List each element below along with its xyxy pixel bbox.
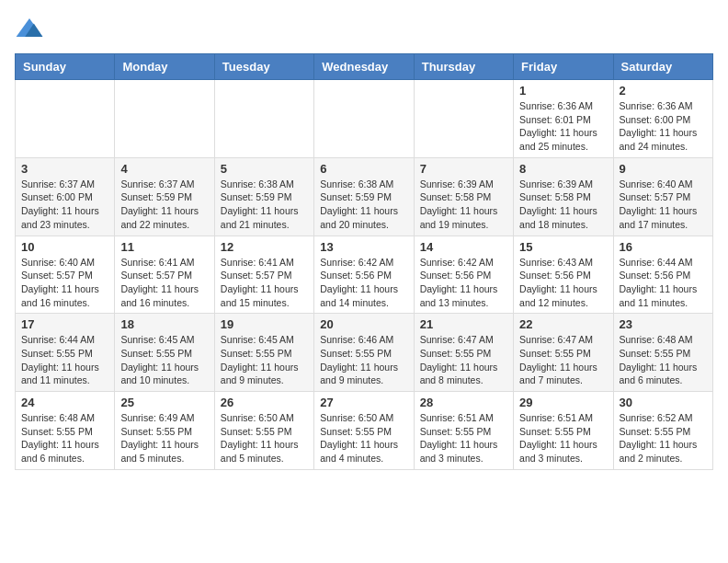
calendar-cell: 14Sunrise: 6:42 AM Sunset: 5:56 PM Dayli… (414, 236, 513, 314)
day-number: 14 (420, 240, 507, 254)
calendar-cell: 16Sunrise: 6:44 AM Sunset: 5:56 PM Dayli… (613, 236, 712, 314)
day-info: Sunrise: 6:40 AM Sunset: 5:57 PM Dayligh… (620, 178, 707, 232)
calendar-cell: 9Sunrise: 6:40 AM Sunset: 5:57 PM Daylig… (613, 157, 712, 236)
day-number: 29 (519, 396, 607, 409)
calendar-cell (314, 80, 414, 158)
calendar-cell: 4Sunrise: 6:37 AM Sunset: 5:59 PM Daylig… (115, 157, 214, 236)
calendar-cell: 26Sunrise: 6:50 AM Sunset: 5:55 PM Dayli… (214, 392, 313, 470)
day-info: Sunrise: 6:42 AM Sunset: 5:56 PM Dayligh… (420, 256, 507, 310)
calendar-cell: 29Sunrise: 6:51 AM Sunset: 5:55 PM Dayli… (514, 392, 613, 470)
day-number: 6 (320, 162, 407, 176)
header (15, 15, 713, 44)
calendar-cell: 21Sunrise: 6:47 AM Sunset: 5:55 PM Dayli… (414, 314, 513, 392)
day-number: 28 (420, 396, 507, 409)
day-number: 22 (519, 317, 607, 331)
day-info: Sunrise: 6:43 AM Sunset: 5:56 PM Dayligh… (519, 256, 607, 310)
calendar-cell (214, 80, 313, 158)
calendar-week-4: 17Sunrise: 6:44 AM Sunset: 5:55 PM Dayli… (16, 314, 713, 392)
day-number: 1 (519, 84, 607, 98)
day-number: 24 (21, 396, 108, 409)
day-info: Sunrise: 6:45 AM Sunset: 5:55 PM Dayligh… (120, 333, 208, 387)
calendar-cell: 20Sunrise: 6:46 AM Sunset: 5:55 PM Dayli… (314, 314, 414, 392)
day-info: Sunrise: 6:47 AM Sunset: 5:55 PM Dayligh… (420, 333, 507, 387)
day-info: Sunrise: 6:38 AM Sunset: 5:59 PM Dayligh… (320, 178, 407, 232)
day-number: 17 (21, 317, 108, 331)
day-header-sunday: Sunday (16, 54, 115, 80)
day-info: Sunrise: 6:39 AM Sunset: 5:58 PM Dayligh… (519, 178, 607, 232)
day-header-friday: Friday (514, 54, 613, 80)
calendar-cell: 22Sunrise: 6:47 AM Sunset: 5:55 PM Dayli… (514, 314, 613, 392)
calendar-week-2: 3Sunrise: 6:37 AM Sunset: 6:00 PM Daylig… (16, 157, 713, 236)
calendar-cell: 25Sunrise: 6:49 AM Sunset: 5:55 PM Dayli… (115, 392, 214, 470)
calendar-week-3: 10Sunrise: 6:40 AM Sunset: 5:57 PM Dayli… (16, 236, 713, 314)
day-info: Sunrise: 6:51 AM Sunset: 5:55 PM Dayligh… (519, 411, 607, 465)
calendar-cell: 19Sunrise: 6:45 AM Sunset: 5:55 PM Dayli… (214, 314, 313, 392)
day-number: 2 (620, 84, 707, 98)
calendar-cell: 15Sunrise: 6:43 AM Sunset: 5:56 PM Dayli… (514, 236, 613, 314)
day-number: 23 (620, 317, 707, 331)
day-info: Sunrise: 6:44 AM Sunset: 5:55 PM Dayligh… (21, 333, 108, 387)
day-info: Sunrise: 6:37 AM Sunset: 5:59 PM Dayligh… (120, 178, 208, 232)
calendar-cell (16, 80, 115, 158)
day-number: 13 (320, 240, 407, 254)
calendar-week-1: 1Sunrise: 6:36 AM Sunset: 6:01 PM Daylig… (16, 80, 713, 158)
day-info: Sunrise: 6:52 AM Sunset: 5:55 PM Dayligh… (620, 411, 707, 465)
day-info: Sunrise: 6:48 AM Sunset: 5:55 PM Dayligh… (620, 333, 707, 387)
day-header-saturday: Saturday (613, 54, 712, 80)
day-number: 8 (519, 162, 607, 176)
calendar-cell: 2Sunrise: 6:36 AM Sunset: 6:00 PM Daylig… (613, 80, 712, 158)
day-info: Sunrise: 6:51 AM Sunset: 5:55 PM Dayligh… (420, 411, 507, 465)
calendar-cell: 10Sunrise: 6:40 AM Sunset: 5:57 PM Dayli… (16, 236, 115, 314)
calendar-cell: 13Sunrise: 6:42 AM Sunset: 5:56 PM Dayli… (314, 236, 414, 314)
day-number: 5 (221, 162, 308, 176)
day-number: 30 (620, 396, 707, 409)
day-number: 19 (221, 317, 308, 331)
day-number: 21 (420, 317, 507, 331)
calendar-cell (414, 80, 513, 158)
day-info: Sunrise: 6:38 AM Sunset: 5:59 PM Dayligh… (221, 178, 308, 232)
calendar-cell: 23Sunrise: 6:48 AM Sunset: 5:55 PM Dayli… (613, 314, 712, 392)
calendar-cell: 8Sunrise: 6:39 AM Sunset: 5:58 PM Daylig… (514, 157, 613, 236)
day-info: Sunrise: 6:44 AM Sunset: 5:56 PM Dayligh… (620, 256, 707, 310)
day-number: 11 (120, 240, 208, 254)
day-number: 16 (620, 240, 707, 254)
day-number: 12 (221, 240, 308, 254)
day-info: Sunrise: 6:36 AM Sunset: 6:01 PM Dayligh… (519, 99, 607, 154)
calendar-cell: 24Sunrise: 6:48 AM Sunset: 5:55 PM Dayli… (16, 392, 115, 470)
calendar-cell (115, 80, 214, 158)
calendar-cell: 7Sunrise: 6:39 AM Sunset: 5:58 PM Daylig… (414, 157, 513, 236)
day-info: Sunrise: 6:39 AM Sunset: 5:58 PM Dayligh… (420, 178, 507, 232)
logo (15, 15, 48, 44)
calendar-table: SundayMondayTuesdayWednesdayThursdayFrid… (15, 53, 713, 470)
calendar-cell: 5Sunrise: 6:38 AM Sunset: 5:59 PM Daylig… (214, 157, 313, 236)
calendar-cell: 3Sunrise: 6:37 AM Sunset: 6:00 PM Daylig… (16, 157, 115, 236)
day-number: 10 (21, 240, 108, 254)
calendar-cell: 1Sunrise: 6:36 AM Sunset: 6:01 PM Daylig… (514, 80, 613, 158)
day-number: 4 (120, 162, 208, 176)
calendar-cell: 30Sunrise: 6:52 AM Sunset: 5:55 PM Dayli… (613, 392, 712, 470)
day-number: 27 (320, 396, 407, 409)
day-info: Sunrise: 6:46 AM Sunset: 5:55 PM Dayligh… (320, 333, 407, 387)
day-info: Sunrise: 6:37 AM Sunset: 6:00 PM Dayligh… (21, 178, 108, 232)
calendar-cell: 6Sunrise: 6:38 AM Sunset: 5:59 PM Daylig… (314, 157, 414, 236)
logo-icon (15, 15, 44, 44)
day-header-wednesday: Wednesday (314, 54, 414, 80)
day-info: Sunrise: 6:41 AM Sunset: 5:57 PM Dayligh… (221, 256, 308, 310)
day-number: 7 (420, 162, 507, 176)
calendar-cell: 11Sunrise: 6:41 AM Sunset: 5:57 PM Dayli… (115, 236, 214, 314)
calendar-header-row: SundayMondayTuesdayWednesdayThursdayFrid… (16, 54, 713, 80)
day-info: Sunrise: 6:48 AM Sunset: 5:55 PM Dayligh… (21, 411, 108, 465)
calendar-cell: 28Sunrise: 6:51 AM Sunset: 5:55 PM Dayli… (414, 392, 513, 470)
day-info: Sunrise: 6:49 AM Sunset: 5:55 PM Dayligh… (120, 411, 208, 465)
day-info: Sunrise: 6:47 AM Sunset: 5:55 PM Dayligh… (519, 333, 607, 387)
day-number: 9 (620, 162, 707, 176)
calendar-cell: 18Sunrise: 6:45 AM Sunset: 5:55 PM Dayli… (115, 314, 214, 392)
day-number: 26 (221, 396, 308, 409)
calendar-cell: 27Sunrise: 6:50 AM Sunset: 5:55 PM Dayli… (314, 392, 414, 470)
day-header-tuesday: Tuesday (214, 54, 313, 80)
day-info: Sunrise: 6:45 AM Sunset: 5:55 PM Dayligh… (221, 333, 308, 387)
day-info: Sunrise: 6:50 AM Sunset: 5:55 PM Dayligh… (221, 411, 308, 465)
day-info: Sunrise: 6:42 AM Sunset: 5:56 PM Dayligh… (320, 256, 407, 310)
day-info: Sunrise: 6:36 AM Sunset: 6:00 PM Dayligh… (620, 99, 707, 154)
day-info: Sunrise: 6:41 AM Sunset: 5:57 PM Dayligh… (120, 256, 208, 310)
